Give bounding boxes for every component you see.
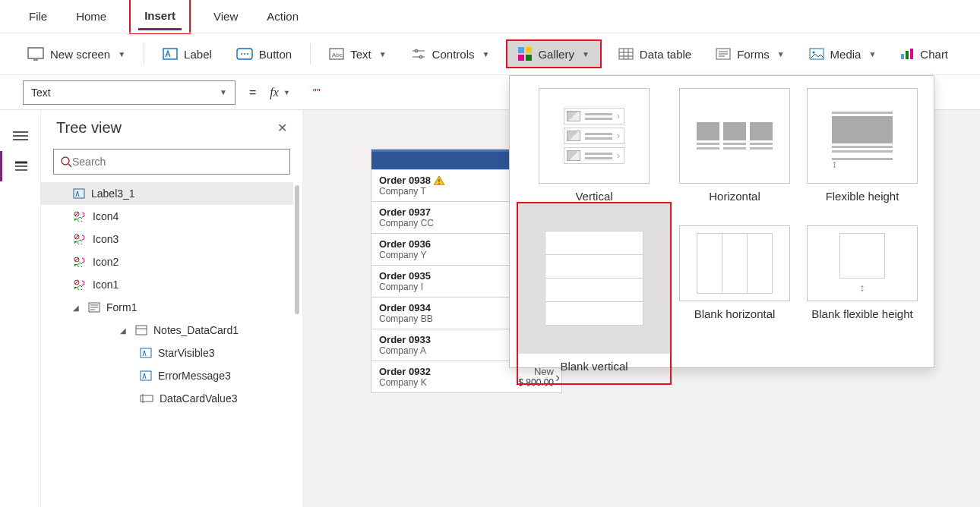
search-box[interactable] [53,149,290,175]
tree-item-label: DataCardValue3 [160,392,237,405]
gallery-label: Vertical [575,190,612,203]
form-icon [88,302,100,313]
menu-action[interactable]: Action [261,4,305,29]
ribbon-chart[interactable]: Chart [893,43,956,65]
svg-point-4 [241,53,242,55]
svg-rect-52 [141,371,151,380]
sync-icon [73,257,87,267]
ribbon-gallery-label: Gallery [538,48,574,61]
property-selector[interactable]: Text ▼ [23,80,236,105]
menu-view[interactable]: View [207,4,244,29]
svg-point-5 [244,53,245,55]
fx-button[interactable]: fx ▼ [270,86,289,99]
tree-item-label: StarVisible3 [158,347,214,359]
gallery-thumb-blank-horizontal [679,225,790,301]
chevron-down-icon: ▼ [379,50,387,58]
sync-icon [73,279,87,290]
label-icon [73,188,85,199]
close-icon[interactable]: ✕ [277,121,287,135]
separator [144,43,144,65]
tree-item-label3-1[interactable]: Label3_1 [41,182,293,205]
svg-rect-28 [901,54,904,59]
svg-rect-14 [526,47,532,53]
tree-item-icon2[interactable]: Icon2 [41,250,293,273]
tree-item-label: Label3_1 [91,187,135,200]
chevron-down-icon: ▼ [482,50,489,58]
tree-item-label: Form1 [106,301,137,313]
order-company: Company I [379,282,423,292]
ribbon-gallery[interactable]: Gallery ▼ [506,39,601,68]
tree-item-icon3[interactable]: Icon3 [41,228,293,250]
ribbon-forms[interactable]: Forms ▼ [708,43,792,65]
separator [310,43,311,65]
gallery-dropdown: › › › Vertical Horizontal ↕ Flexible hei… [509,75,934,368]
gallery-thumb-horizontal [679,88,790,184]
tree-item-datacardvalue3[interactable]: DataCardValue3 [41,387,293,410]
ribbon-label[interactable]: Label [155,43,220,65]
leftbar [0,110,41,507]
sync-icon [73,211,87,222]
tree-item-icon4[interactable]: Icon4 [41,205,293,228]
ribbon-button[interactable]: Button [229,43,299,65]
tree-item-label: ErrorMessage3 [158,370,231,382]
search-icon [60,156,72,168]
chevron-down-icon: ▼ [283,89,290,96]
gallery-label: Flexible height [826,190,899,203]
gallery-opt-vertical[interactable]: › › › Vertical [517,83,671,203]
caret-down-icon: ◢ [73,304,82,312]
tree-item-icon1[interactable]: Icon1 [41,273,293,296]
ribbon-media[interactable]: Media ▼ [801,43,884,65]
ribbon-new-screen-label: New screen [50,48,110,61]
gallery-thumb-blank-flexible: ↕ [807,225,918,301]
text-icon: Abc [329,48,344,60]
tree-item-notes-datacard1[interactable]: ◢ Notes_DataCard1 [41,319,293,342]
gallery-label: Horizontal [709,190,760,203]
tree-item-starvisible3[interactable]: StarVisible3 [41,342,293,364]
screen-icon [27,47,44,61]
svg-rect-30 [910,49,913,59]
search-input[interactable] [72,156,283,168]
svg-rect-53 [141,395,153,402]
tree-panel: Tree view ✕ Label3_1 Icon4 Ic [41,110,303,507]
svg-rect-36 [74,189,84,198]
ribbon-data-table[interactable]: Data table [611,43,699,65]
svg-rect-49 [136,326,147,335]
media-icon [809,48,824,60]
gallery-opt-blank-vertical[interactable]: Blank vertical [517,202,672,385]
ribbon-chart-label: Chart [920,48,948,61]
svg-line-40 [75,235,78,238]
gallery-opt-horizontal[interactable]: Horizontal [671,83,798,203]
tree-view-icon[interactable] [0,151,41,181]
scrollbar[interactable] [295,185,299,314]
sync-icon [73,234,87,244]
formula-value[interactable]: "" [313,87,321,99]
order-id: Order 0932 [379,366,431,377]
hamburger-icon[interactable] [0,121,41,151]
label-icon [163,48,178,60]
ribbon-controls[interactable]: Controls ▼ [403,43,498,65]
gallery-opt-flexible-height[interactable]: ↕ Flexible height [798,83,926,203]
ribbon-text[interactable]: Abc Text ▼ [321,43,394,65]
chevron-down-icon: ▼ [777,50,785,58]
ribbon-new-screen[interactable]: New screen ▼ [20,43,133,65]
button-icon [236,48,253,60]
data-table-icon [618,48,634,60]
svg-point-27 [812,52,814,54]
menu-insert[interactable]: Insert [138,2,182,30]
chevron-down-icon: ▼ [118,50,125,58]
menu-home[interactable]: Home [70,4,112,29]
svg-point-6 [247,53,248,55]
order-company: Company A [379,345,426,356]
order-company: Company Y [379,250,426,260]
tree-item-form1[interactable]: ◢ Form1 [41,296,293,319]
warning-icon [434,176,444,185]
gallery-thumb-vertical: › › › [539,88,650,184]
tree-item-errormessage3[interactable]: ErrorMessage3 [41,364,293,387]
menu-file[interactable]: File [23,4,53,29]
fx-label: fx [270,86,279,99]
textbox-icon [140,393,153,404]
gallery-opt-blank-horizontal[interactable]: Blank horizontal [671,203,798,384]
svg-rect-13 [518,47,524,53]
svg-line-38 [75,213,78,216]
gallery-opt-blank-flexible[interactable]: ↕ Blank flexible height [798,203,926,384]
